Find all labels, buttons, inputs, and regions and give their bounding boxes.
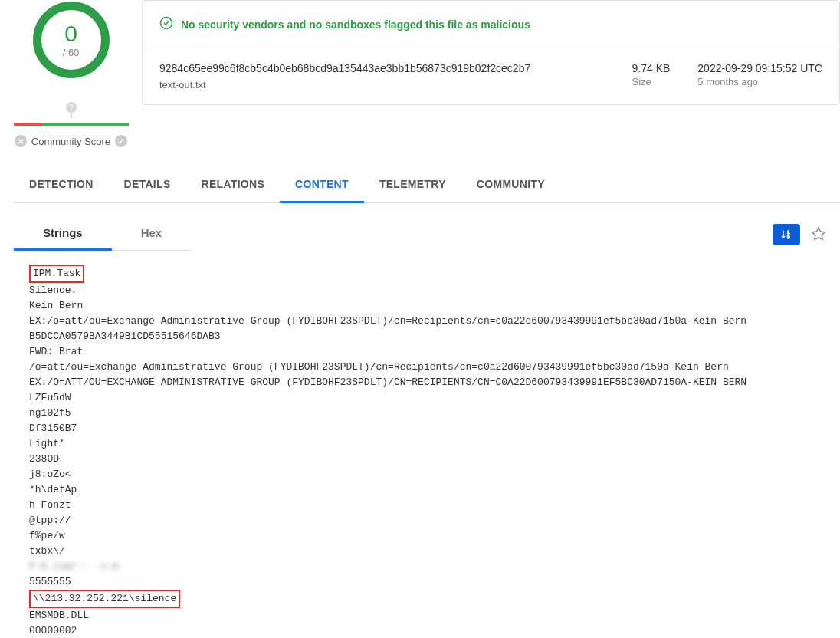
string-line: @tpp:// [29,515,71,526]
svg-text:9: 9 [787,235,789,239]
community-score-label: Community Score [31,136,110,147]
tab-details[interactable]: DETAILS [109,170,186,202]
sort-button[interactable]: 19 [773,224,800,245]
string-line: Kein Bern [29,300,83,311]
tab-detection[interactable]: DETECTION [14,170,109,202]
file-name: text-out.txt [159,79,617,90]
string-line: EX:/O=ATT/OU=EXCHANGE ADMINISTRATIVE GRO… [29,377,746,388]
content-subtabs: Strings Hex [14,219,191,251]
tab-relations[interactable]: RELATIONS [186,170,281,202]
file-info-card: No security vendors and no sandboxes fla… [142,0,840,105]
string-line: EX:/o=att/ou=Exchange Administrative Gro… [29,315,746,327]
banner-message: No security vendors and no sandboxes fla… [181,18,530,31]
file-date-label: 5 months ago [697,76,822,87]
highlighted-string-ip-path: \\213.32.252.221\silence [29,590,180,608]
string-line: LZFu5dW [29,392,71,403]
score-denominator: / 60 [63,47,80,58]
tab-telemetry[interactable]: TELEMETRY [364,170,461,202]
pin-icon: ? [64,101,79,120]
string-line: FWD: Brat [29,346,83,357]
tab-community[interactable]: COMMUNITY [461,170,560,202]
string-line: *h\detAp [29,484,77,495]
string-line: /o=att/ou=Exchange Administrative Group … [29,361,729,373]
subtab-strings[interactable]: Strings [14,219,112,251]
string-line: txbx\/ [29,545,65,557]
file-hash[interactable]: 9284c65ee99c6f8cb5c4b0eb68bcd9a135443ae3… [159,62,617,74]
file-size-value: 9.74 KB [632,62,671,74]
string-line: ng102f5 [29,407,71,419]
close-icon: ✕ [15,135,27,147]
string-line: Silence. [29,284,77,296]
file-size-label: Size [632,76,671,87]
score-numerator: 0 [64,22,77,45]
svg-text:1: 1 [787,230,789,235]
detection-score-circle: 0 / 60 [33,2,110,78]
community-score-bar [14,123,129,126]
sort-arrows-icon: 19 [780,229,792,241]
main-tabs: DETECTION DETAILS RELATIONS CONTENT TELE… [14,170,840,203]
string-line: 00000002 [29,625,77,636]
string-line: EMSMDB.DLL [29,610,89,621]
string-line: B5DCCA0579BA3449B1CD55515646DAB3 [29,331,221,342]
string-line: h Fonzt [29,499,71,511]
string-line: Light' [29,438,65,449]
svg-point-2 [161,18,172,29]
string-line: Df3150B7 [29,423,77,434]
tab-content[interactable]: CONTENT [280,170,364,203]
string-line-redacted: P.K.(uwr-. .s:m [29,559,119,574]
string-line: f%pe/w [29,530,65,541]
string-line: 5555555 [29,576,71,587]
star-icon[interactable] [811,226,826,244]
highlighted-string-ipm-task: IPM.Task [29,265,84,283]
subtab-hex[interactable]: Hex [112,219,192,250]
string-line: j8:oZo< [29,469,71,480]
safe-banner: No security vendors and no sandboxes fla… [143,1,839,48]
strings-content: IPM.Task Silence. Kein Bern EX:/o=att/ou… [0,258,840,638]
score-column: 0 / 60 ? ✕ Community Score ✓ [0,0,142,147]
svg-marker-5 [812,227,825,239]
string-line: 238OD [29,453,59,465]
svg-text:?: ? [69,104,74,112]
file-date-value: 2022-09-29 09:15:52 UTC [697,62,822,74]
shield-check-icon [159,16,173,32]
check-icon: ✓ [115,135,127,147]
